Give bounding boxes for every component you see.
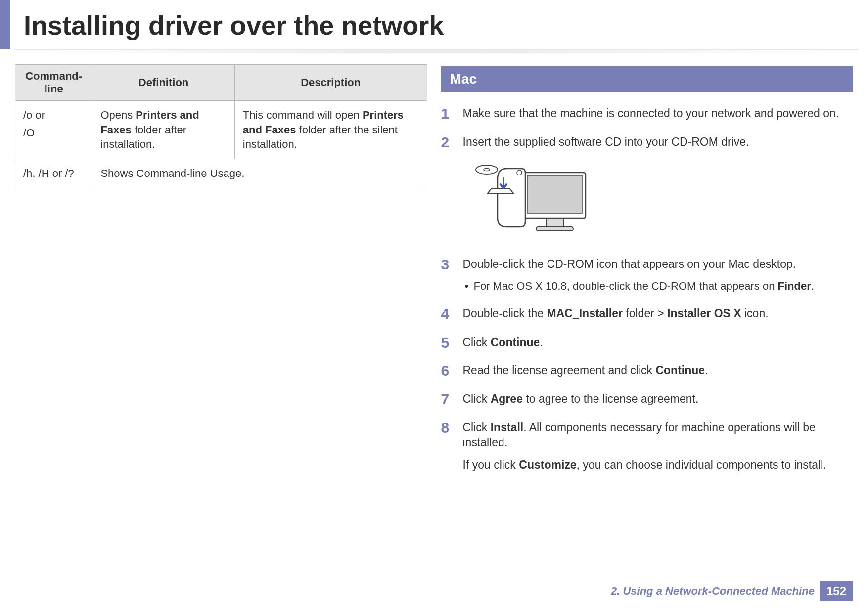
content-columns: Command- line Definition Description /o …: [0, 54, 868, 485]
step-body: Double-click the CD-ROM icon that appear…: [463, 257, 854, 294]
step-sub-item: For Mac OS X 10.8, double-click the CD-R…: [463, 279, 854, 294]
step-item: 2 Insert the supplied software CD into y…: [441, 134, 854, 244]
cmd-text: /o or: [23, 109, 45, 121]
cell-command: /h, /H or /?: [15, 159, 92, 188]
step-item: 1 Make sure that the machine is connecte…: [441, 106, 854, 122]
step-bold: Finder: [778, 280, 811, 292]
cell-definition: Shows Command-line Usage.: [92, 159, 427, 188]
step-text: .: [705, 364, 708, 377]
page-footer: 2. Using a Network-Connected Machine 152: [611, 581, 853, 601]
cmd-text: /h, /H or /?: [23, 167, 74, 179]
step-text: Click: [463, 336, 491, 349]
step-text: If you click: [463, 458, 519, 471]
section-header-label: Mac: [450, 71, 477, 87]
svg-rect-2: [546, 218, 563, 227]
page-title-text: Installing driver over the network: [24, 10, 444, 40]
def-text: Shows Command-line Usage.: [100, 167, 244, 179]
step-text: Double-click the CD-ROM icon that appear…: [463, 258, 796, 270]
cell-definition: Opens Printers and Faxes folder after in…: [92, 101, 234, 159]
illustration-icon: [472, 159, 591, 238]
step-body: Click Install. All components necessary …: [463, 420, 854, 473]
step-number: 6: [441, 363, 463, 379]
step-body: Click Continue.: [463, 335, 854, 350]
left-column: Command- line Definition Description /o …: [15, 64, 427, 485]
def-text: Opens: [100, 109, 136, 121]
step-body: Read the license agreement and click Con…: [463, 363, 854, 378]
th-description: Description: [234, 65, 427, 101]
step-item: 5 Click Continue.: [441, 335, 854, 350]
mac-steps-list: 1 Make sure that the machine is connecte…: [441, 106, 854, 473]
step-text: folder >: [623, 307, 667, 320]
footer-chapter: 2. Using a Network-Connected Machine: [611, 585, 815, 598]
table-row: /o or /O Opens Printers and Faxes folder…: [15, 101, 427, 159]
step-body: Make sure that the machine is connected …: [463, 106, 854, 121]
svg-point-4: [517, 170, 522, 175]
step-text: Make sure that the machine is connected …: [463, 107, 839, 120]
step-number: 4: [441, 306, 463, 322]
svg-rect-1: [527, 175, 582, 213]
step-number: 1: [441, 106, 463, 122]
title-divider: [15, 49, 859, 54]
step-text: Double-click the: [463, 307, 547, 320]
step-item: 6 Read the license agreement and click C…: [441, 363, 854, 379]
step-bold: Agree: [491, 393, 523, 405]
step-bold: MAC_Installer: [547, 307, 623, 320]
th-definition: Definition: [92, 65, 234, 101]
step-bold: Continue: [491, 336, 540, 349]
step-item: 7 Click Agree to agree to the license ag…: [441, 392, 854, 407]
step-number: 2: [441, 134, 463, 150]
step-bold: Customize: [519, 458, 576, 471]
step-text: to agree to the license agreement.: [523, 393, 698, 405]
step-extra: If you click Customize, you can choose i…: [463, 457, 854, 473]
cell-command: /o or /O: [15, 101, 92, 159]
section-header-mac: Mac: [441, 66, 854, 92]
step-text: Insert the supplied software CD into you…: [463, 135, 749, 148]
step-item: 8 Click Install. All components necessar…: [441, 420, 854, 473]
step-number: 5: [441, 335, 463, 350]
step-text: For Mac OS X 10.8, double-click the CD-R…: [474, 280, 778, 292]
step-number: 7: [441, 392, 463, 407]
step-text: .: [811, 280, 814, 292]
step-item: 3 Double-click the CD-ROM icon that appe…: [441, 257, 854, 294]
step-text: Read the license agreement and click: [463, 364, 656, 377]
title-accent: [0, 0, 10, 49]
footer-page-number: 152: [820, 581, 853, 601]
step-bold: Installer OS X: [667, 307, 741, 320]
svg-rect-3: [536, 227, 573, 231]
page-title: Installing driver over the network: [0, 0, 868, 49]
step-text: .: [540, 336, 543, 349]
step-number: 8: [441, 420, 463, 436]
step-bold: Continue: [655, 364, 705, 377]
table-header-row: Command- line Definition Description: [15, 65, 427, 101]
desc-text: This command will open: [243, 109, 363, 121]
table-row: /h, /H or /? Shows Command-line Usage.: [15, 159, 427, 188]
th-command: Command- line: [15, 65, 92, 101]
step-bold: Install: [491, 421, 523, 434]
right-column: Mac 1 Make sure that the machine is conn…: [441, 64, 854, 485]
cd-computer-illustration: [472, 159, 854, 238]
step-number: 3: [441, 257, 463, 272]
cmd-text: /O: [23, 126, 84, 140]
command-line-table: Command- line Definition Description /o …: [15, 64, 427, 188]
step-body: Click Agree to agree to the license agre…: [463, 392, 854, 407]
step-text: Click: [463, 421, 491, 434]
step-text: Click: [463, 393, 491, 405]
step-text: icon.: [741, 307, 769, 320]
step-item: 4 Double-click the MAC_Installer folder …: [441, 306, 854, 322]
cell-description: This command will open Printers and Faxe…: [234, 101, 427, 159]
step-body: Insert the supplied software CD into you…: [463, 134, 854, 244]
step-text: , you can choose individual components t…: [577, 458, 826, 471]
svg-point-6: [484, 168, 490, 171]
step-body: Double-click the MAC_Installer folder > …: [463, 306, 854, 321]
